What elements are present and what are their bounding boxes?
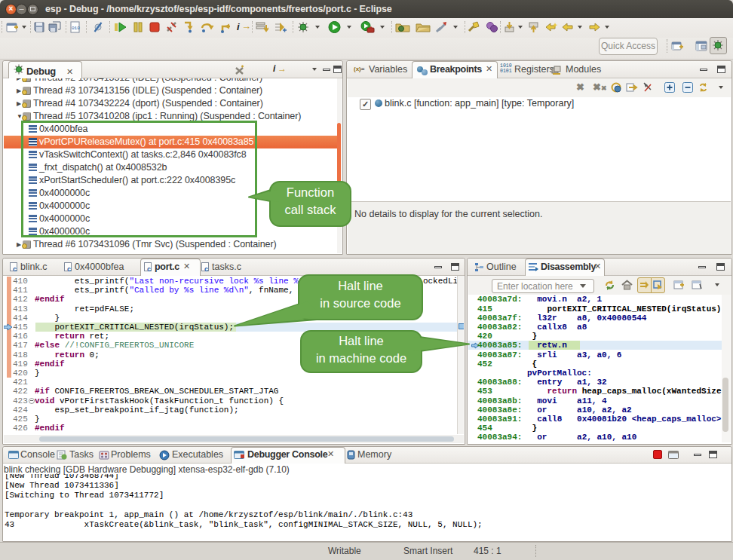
svg-text:010: 010 [72, 26, 80, 31]
